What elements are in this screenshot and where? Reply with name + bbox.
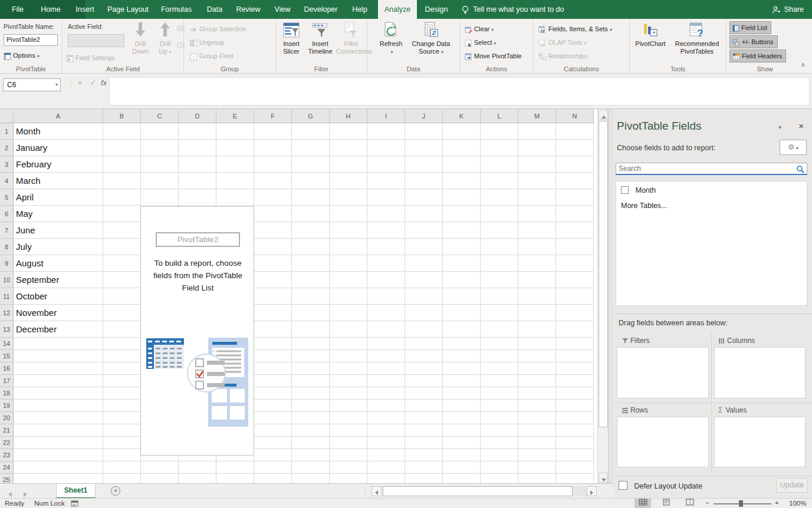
cell-F5[interactable] [254,189,292,206]
cell-N5[interactable] [556,189,594,206]
insert-timeline-button[interactable]: Insert Timeline [305,21,335,55]
tab-view[interactable]: View [268,0,297,19]
cell-N20[interactable] [556,412,594,424]
horizontal-scroll-thumb[interactable] [383,486,573,496]
cell-H2[interactable] [330,140,367,156]
cell-C2[interactable] [141,140,179,156]
cell-G18[interactable] [292,387,330,400]
cell-F12[interactable] [254,305,292,321]
cell-L23[interactable] [481,449,518,461]
cell-F8[interactable] [254,239,292,255]
row-header-25[interactable]: 25 [0,474,14,483]
cell-M2[interactable] [518,140,556,156]
cell-G20[interactable] [292,412,330,424]
rows-drop-area[interactable] [617,417,709,467]
cell-M20[interactable] [518,412,556,424]
fields-items-sets-button[interactable]: fxFields, Items, & Sets▾ [538,23,612,35]
cell-J17[interactable] [405,375,443,387]
cell-F18[interactable] [254,387,292,400]
columns-drop-area[interactable] [714,347,806,398]
row-header-23[interactable]: 23 [0,449,14,461]
view-page-layout-button[interactable] [658,499,675,508]
select-all-corner[interactable] [0,109,14,123]
cell-J18[interactable] [405,387,443,400]
field-headers-toggle[interactable]: Field Headers [729,50,786,62]
cell-H23[interactable] [330,449,367,461]
cell-M19[interactable] [518,400,556,412]
column-header-D[interactable]: D [179,109,216,123]
cell-L18[interactable] [481,387,518,400]
cell-I15[interactable] [367,350,405,362]
name-box-caret-icon[interactable]: ▾ [55,79,58,91]
cell-G3[interactable] [292,156,330,173]
cell-E25[interactable] [216,474,254,483]
cell-M8[interactable] [518,239,556,255]
column-header-H[interactable]: H [330,109,367,123]
cell-F11[interactable] [254,288,292,305]
cell-L7[interactable] [481,222,518,239]
cell-H4[interactable] [330,173,367,189]
insert-function-button[interactable]: fx [101,78,107,87]
cell-M24[interactable] [518,461,556,474]
cell-N8[interactable] [556,239,594,255]
cell-H5[interactable] [330,189,367,206]
tab-data[interactable]: Data [200,0,229,19]
cell-N7[interactable] [556,222,594,239]
name-box[interactable]: C6▾ [3,78,61,91]
pane-close-icon[interactable]: × [798,121,804,131]
cell-A10[interactable]: September [14,272,103,288]
cell-I21[interactable] [367,424,405,437]
cell-A1[interactable]: Month [14,123,103,140]
row-header-2[interactable]: 2 [0,140,14,156]
cell-J2[interactable] [405,140,443,156]
cell-I11[interactable] [367,288,405,305]
defer-layout-checkbox[interactable] [619,481,627,490]
column-header-E[interactable]: E [216,109,254,123]
cell-N18[interactable] [556,387,594,400]
cell-A18[interactable] [14,387,103,400]
cell-I2[interactable] [367,140,405,156]
pivottable-name-input[interactable]: PivotTable2 [4,34,58,46]
field-settings-button[interactable]: Field Settings [66,52,115,64]
cell-J24[interactable] [405,461,443,474]
cell-G7[interactable] [292,222,330,239]
cell-G6[interactable] [292,206,330,222]
cell-I12[interactable] [367,305,405,321]
zoom-level[interactable]: 100% [789,499,806,508]
row-header-9[interactable]: 9 [0,255,14,272]
cell-A4[interactable]: March [14,173,103,189]
ungroup-button[interactable]: Ungroup [190,37,224,48]
cell-F13[interactable] [254,321,292,338]
cell-I17[interactable] [367,375,405,387]
cell-A21[interactable] [14,424,103,437]
cell-K14[interactable] [443,338,481,350]
field-list-toggle[interactable]: Field List [729,21,771,34]
cell-K25[interactable] [443,474,481,483]
cell-L24[interactable] [481,461,518,474]
cell-L6[interactable] [481,206,518,222]
cell-N1[interactable] [556,123,594,140]
row-header-7[interactable]: 7 [0,222,14,239]
column-header-N[interactable]: N [556,109,594,123]
cell-M11[interactable] [518,288,556,305]
cell-E4[interactable] [216,173,254,189]
cell-D1[interactable] [179,123,216,140]
cell-H21[interactable] [330,424,367,437]
cell-H6[interactable] [330,206,367,222]
cell-G11[interactable] [292,288,330,305]
values-drop-area[interactable] [714,417,806,467]
row-header-14[interactable]: 14 [0,338,14,350]
cell-G2[interactable] [292,140,330,156]
field-row-month[interactable]: Month [621,186,656,194]
pane-splitter[interactable] [608,109,613,498]
cell-N9[interactable] [556,255,594,272]
cell-K17[interactable] [443,375,481,387]
cell-B4[interactable] [103,173,141,189]
cell-G12[interactable] [292,305,330,321]
cell-M17[interactable] [518,375,556,387]
filter-connections-button[interactable]: Filter Connections [336,21,367,55]
cell-E1[interactable] [216,123,254,140]
cell-I9[interactable] [367,255,405,272]
cell-K12[interactable] [443,305,481,321]
cell-J14[interactable] [405,338,443,350]
